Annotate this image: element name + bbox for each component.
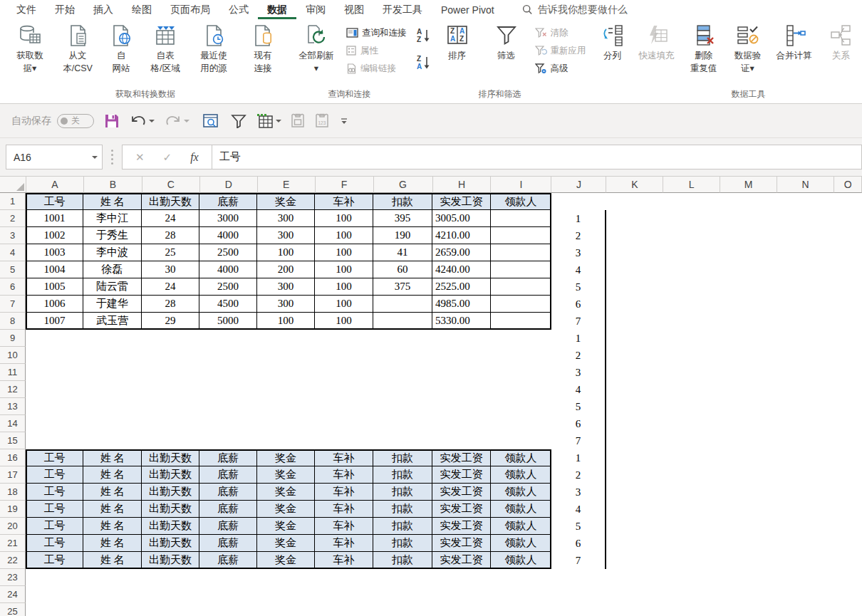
- cell-C11[interactable]: [142, 364, 199, 381]
- cell-N13[interactable]: [777, 398, 834, 415]
- cell-L22[interactable]: [663, 552, 720, 569]
- cell-J7[interactable]: 6: [551, 296, 606, 313]
- cell-B5[interactable]: 徐磊: [83, 261, 142, 278]
- tab-developer[interactable]: 开发工具: [373, 0, 432, 19]
- cell-C13[interactable]: [142, 398, 199, 415]
- cell-H10[interactable]: [432, 347, 491, 364]
- col-header-C[interactable]: C: [142, 177, 200, 193]
- cell-G12[interactable]: [373, 381, 432, 398]
- cell-D24[interactable]: [199, 586, 257, 603]
- cell-A17[interactable]: 工号: [26, 466, 83, 484]
- cell-N21[interactable]: [777, 535, 834, 552]
- insert-function-button[interactable]: fx: [190, 151, 199, 164]
- cell-E13[interactable]: [257, 398, 315, 415]
- cell-L18[interactable]: [663, 484, 720, 501]
- cell-E22[interactable]: 奖金: [257, 552, 315, 569]
- cell-C6[interactable]: 24: [142, 278, 199, 296]
- cell-A22[interactable]: 工号: [26, 552, 83, 569]
- cell-G20[interactable]: 扣款: [373, 518, 432, 535]
- cell-F11[interactable]: [315, 364, 373, 381]
- cell-A11[interactable]: [26, 364, 83, 381]
- cell-D23[interactable]: [199, 569, 257, 586]
- cell-O20[interactable]: [834, 518, 862, 535]
- cell-L10[interactable]: [663, 347, 720, 364]
- cell-O15[interactable]: [834, 432, 862, 449]
- cell-L2[interactable]: [663, 210, 720, 227]
- cell-C7[interactable]: 28: [142, 296, 199, 313]
- cell-K19[interactable]: [606, 501, 663, 518]
- cell-F25[interactable]: [315, 603, 373, 616]
- cell-H16[interactable]: 实发工资: [432, 449, 491, 466]
- cell-A23[interactable]: [26, 569, 83, 586]
- cell-I18[interactable]: 领款人: [491, 484, 551, 501]
- cell-I15[interactable]: [491, 432, 551, 449]
- cell-K3[interactable]: [606, 227, 663, 244]
- queries-connections-button[interactable]: 查询和连接: [346, 27, 407, 39]
- cell-J2[interactable]: 1: [551, 210, 606, 227]
- cell-D3[interactable]: 4000: [199, 227, 257, 244]
- cell-M14[interactable]: [720, 415, 777, 432]
- qat-filter-button[interactable]: [231, 114, 246, 128]
- cell-A6[interactable]: 1005: [26, 278, 83, 296]
- cell-B12[interactable]: [83, 381, 142, 398]
- cell-E14[interactable]: [257, 415, 315, 432]
- col-header-F[interactable]: F: [316, 177, 374, 193]
- col-header-M[interactable]: M: [720, 177, 777, 193]
- cell-F5[interactable]: 100: [315, 261, 373, 278]
- sort-descending-button[interactable]: Z A: [414, 53, 434, 72]
- cell-M12[interactable]: [720, 381, 777, 398]
- undo-dropdown-icon[interactable]: [149, 120, 155, 122]
- cell-D19[interactable]: 底薪: [199, 501, 257, 518]
- cell-B6[interactable]: 陆云雷: [83, 278, 142, 296]
- cell-H13[interactable]: [432, 398, 491, 415]
- cell-I6[interactable]: [491, 278, 551, 296]
- cell-H15[interactable]: [432, 432, 491, 449]
- cell-H24[interactable]: [432, 586, 491, 603]
- cell-O10[interactable]: [834, 347, 862, 364]
- cell-G14[interactable]: [373, 415, 432, 432]
- cell-H3[interactable]: 4210.00: [432, 227, 491, 244]
- col-header-K[interactable]: K: [606, 177, 663, 193]
- cell-C24[interactable]: [142, 586, 199, 603]
- cell-E21[interactable]: 奖金: [257, 535, 315, 552]
- cell-L1[interactable]: [663, 193, 720, 210]
- name-box-dropdown-icon[interactable]: [92, 156, 98, 159]
- cell-K2[interactable]: [606, 210, 663, 227]
- cell-G4[interactable]: 41: [373, 244, 432, 261]
- refresh-all-button[interactable]: 全部刷新 ▾: [292, 22, 341, 76]
- row-header-10[interactable]: 10: [0, 347, 26, 364]
- consolidate-button[interactable]: 合并计算: [770, 22, 819, 64]
- cell-I3[interactable]: [491, 227, 551, 244]
- cell-M18[interactable]: [720, 484, 777, 501]
- cell-D15[interactable]: [199, 432, 257, 449]
- cell-C3[interactable]: 28: [142, 227, 199, 244]
- cell-D11[interactable]: [199, 364, 257, 381]
- tab-view[interactable]: 视图: [335, 0, 373, 19]
- cell-B24[interactable]: [83, 586, 142, 603]
- cell-D18[interactable]: 底薪: [199, 484, 257, 501]
- cell-H2[interactable]: 3005.00: [432, 210, 491, 227]
- tab-page-layout[interactable]: 页面布局: [161, 0, 219, 19]
- cell-G3[interactable]: 190: [373, 227, 432, 244]
- cell-K16[interactable]: [606, 449, 663, 466]
- cell-G11[interactable]: [373, 364, 432, 381]
- cell-E17[interactable]: 奖金: [257, 466, 315, 484]
- cell-J19[interactable]: 4: [551, 501, 606, 518]
- cell-E20[interactable]: 奖金: [257, 518, 315, 535]
- cell-J18[interactable]: 3: [551, 484, 606, 501]
- cell-C19[interactable]: 出勤天数: [142, 501, 199, 518]
- cell-N14[interactable]: [777, 415, 834, 432]
- cell-K18[interactable]: [606, 484, 663, 501]
- cell-F7[interactable]: 100: [315, 296, 373, 313]
- cell-N8[interactable]: [777, 313, 834, 330]
- row-header-12[interactable]: 12: [0, 381, 26, 398]
- row-header-7[interactable]: 7: [0, 296, 26, 313]
- recent-sources-button[interactable]: 最近使 用的源: [189, 22, 238, 76]
- cell-A21[interactable]: 工号: [26, 535, 83, 552]
- cell-J12[interactable]: 4: [551, 381, 606, 398]
- cell-L14[interactable]: [663, 415, 720, 432]
- cell-G9[interactable]: [373, 330, 432, 347]
- sort-button[interactable]: Z A A Z 排序: [437, 22, 478, 64]
- row-header-20[interactable]: 20: [0, 518, 26, 535]
- cell-D14[interactable]: [199, 415, 257, 432]
